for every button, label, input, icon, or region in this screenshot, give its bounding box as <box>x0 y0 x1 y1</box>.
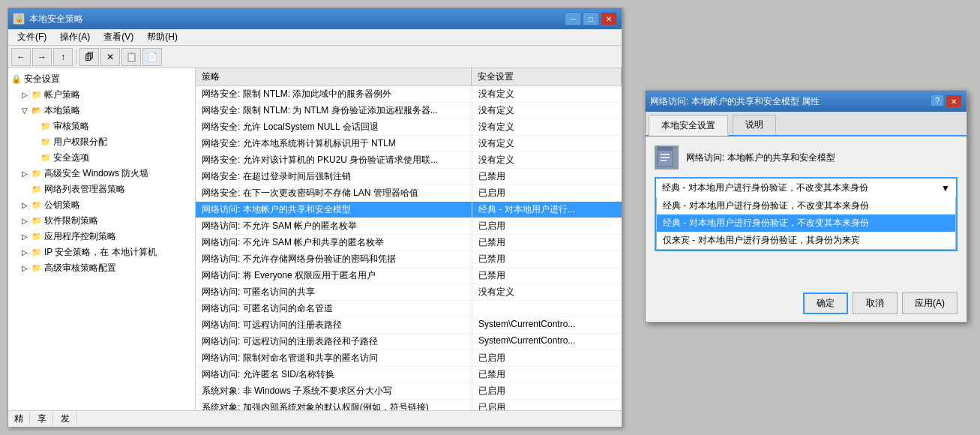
folder-icon-network-list: 📁 <box>31 184 42 194</box>
expand-accounts: ▷ <box>20 91 29 99</box>
list-header: 策略 安全设置 <box>196 68 622 86</box>
tree-item-network-list[interactable]: 📁 网络列表管理器策略 <box>8 182 195 197</box>
dialog-policy-icon <box>655 146 679 170</box>
menu-file[interactable]: 文件(F) <box>11 29 52 45</box>
cell-setting-1: 没有定义 <box>472 103 622 118</box>
toolbar-up[interactable]: ↑ <box>53 48 73 66</box>
tree-root[interactable]: 🔒 安全设置 <box>8 71 195 87</box>
table-row[interactable]: 网络访问: 可远程访问的注册表路径System\CurrentContro... <box>196 317 622 334</box>
cell-setting-2: 没有定义 <box>472 119 622 135</box>
table-row[interactable]: 网络安全: 限制 NTLM: 添加此域中的服务器例外没有定义 <box>196 86 622 103</box>
cell-policy-1: 网络安全: 限制 NTLM: 为 NTLM 身份验证添加远程服务器... <box>196 103 472 118</box>
table-row[interactable]: 网络访问: 不允许 SAM 帐户的匿名枚举已启用 <box>196 218 622 235</box>
toolbar-copy[interactable]: 🗐 <box>79 48 99 66</box>
svg-rect-1 <box>658 147 673 151</box>
tab-explain[interactable]: 说明 <box>733 115 776 135</box>
tree-item-accounts[interactable]: ▷ 📁 帐户策略 <box>8 87 195 103</box>
main-content: 🔒 安全设置 ▷ 📁 帐户策略 ▽ 📂 本地策略 📁 审核策略 📁 <box>8 68 622 410</box>
tree-label-network-list: 网络列表管理器策略 <box>44 183 125 196</box>
table-row[interactable]: 网络访问: 限制对命名管道和共享的匿名访问已启用 <box>196 350 622 367</box>
dialog-title: 网络访问: 本地帐户的共享和安全模型 属性 <box>650 95 820 108</box>
toolbar-delete[interactable]: ✕ <box>100 48 120 66</box>
col-header-setting[interactable]: 安全设置 <box>472 68 622 86</box>
cell-setting-7: 经典 - 对本地用户进行... <box>472 202 622 218</box>
table-row[interactable]: 网络访问: 可匿名访问的命名管道 <box>196 301 622 317</box>
cell-policy-19: 系统对象: 加强内部系统对象的默认权限(例如，符号链接) <box>196 400 472 410</box>
confirm-button[interactable]: 确定 <box>803 292 848 314</box>
dropdown-selected[interactable]: 经典 - 对本地用户进行身份验证，不改变其本来身份 ▼ <box>656 178 956 197</box>
dialog-close-button[interactable]: ✕ <box>946 94 962 108</box>
table-row[interactable]: 网络安全: 在下一次更改密码时不存储 LAN 管理器哈值已启用 <box>196 185 622 202</box>
dropdown-option-1[interactable]: 经典 - 对本地用户进行身份验证，不改变其本来身份 <box>657 197 955 214</box>
table-row[interactable]: 系统对象: 加强内部系统对象的默认权限(例如，符号链接)已启用 <box>196 400 622 410</box>
expand-app-control: ▷ <box>20 232 29 241</box>
minimize-button[interactable]: ─ <box>565 12 581 26</box>
tree-item-audit[interactable]: 📁 审核策略 <box>8 118 195 134</box>
cell-setting-15: System\CurrentContro... <box>472 334 622 350</box>
cancel-button[interactable]: 取消 <box>853 292 898 314</box>
toolbar-properties[interactable]: 📋 <box>121 48 141 66</box>
cell-policy-14: 网络访问: 可远程访问的注册表路径 <box>196 317 472 333</box>
tree-item-security-options[interactable]: 📁 安全选项 <box>8 150 195 166</box>
dropdown-option-3[interactable]: 仅来宾 - 对本地用户进行身份验证，其身份为来宾 <box>657 232 955 249</box>
col-header-policy[interactable]: 策略 <box>196 68 472 86</box>
cell-policy-6: 网络安全: 在下一次更改密码时不存储 LAN 管理器哈值 <box>196 185 472 201</box>
cell-policy-2: 网络安全: 允许 LocalSystem NULL 会话回退 <box>196 119 472 135</box>
close-button[interactable]: ✕ <box>601 12 617 26</box>
folder-icon-accounts: 📁 <box>31 90 42 100</box>
tree-item-public-key[interactable]: ▷ 📁 公钥策略 <box>8 197 195 213</box>
cell-policy-12: 网络访问: 可匿名访问的共享 <box>196 284 472 300</box>
menu-view[interactable]: 查看(V) <box>97 29 139 45</box>
status-item-1: 精 <box>14 412 30 425</box>
tree-item-software-restrict[interactable]: ▷ 📁 软件限制策略 <box>8 213 195 229</box>
tree-item-app-control[interactable]: ▷ 📁 应用程序控制策略 <box>8 229 195 244</box>
table-row[interactable]: 网络安全: 允许对该计算机的 PKU2U 身份验证请求使用联...没有定义 <box>196 152 622 169</box>
toolbar-forward[interactable]: → <box>32 48 52 66</box>
cell-setting-10: 已禁用 <box>472 251 622 267</box>
cell-policy-16: 网络访问: 限制对命名管道和共享的匿名访问 <box>196 350 472 366</box>
cell-setting-14: System\CurrentContro... <box>472 317 622 333</box>
tree-label-ip-security: IP 安全策略，在 本地计算机 <box>44 246 157 259</box>
menu-action[interactable]: 操作(A) <box>54 29 96 45</box>
tree-item-adv-audit[interactable]: ▷ 📁 高级审核策略配置 <box>8 260 195 276</box>
dialog-help-button[interactable]: ? <box>931 94 944 106</box>
toolbar-back[interactable]: ← <box>11 48 31 66</box>
table-row[interactable]: 网络访问: 不允许存储网络身份验证的密码和凭据已禁用 <box>196 251 622 268</box>
table-row[interactable]: 网络访问: 允许匿名 SID/名称转换已禁用 <box>196 367 622 383</box>
menu-help[interactable]: 帮助(H) <box>141 29 184 45</box>
cell-setting-3: 没有定义 <box>472 136 622 152</box>
table-row[interactable]: 网络访问: 可匿名访问的共享没有定义 <box>196 284 622 301</box>
table-row[interactable]: 网络访问: 不允许 SAM 帐户和共享的匿名枚举已禁用 <box>196 235 622 251</box>
tree-label-software-restrict: 软件限制策略 <box>44 214 98 227</box>
dialog-icon-row: 网络访问: 本地帐户的共享和安全模型 <box>655 146 958 170</box>
cell-policy-13: 网络访问: 可匿名访问的命名管道 <box>196 301 472 316</box>
tree-item-user-rights[interactable]: 📁 用户权限分配 <box>8 134 195 150</box>
expand-public-key: ▷ <box>20 201 29 209</box>
folder-icon-software-restrict: 📁 <box>31 216 42 226</box>
table-row[interactable]: 网络安全: 限制 NTLM: 为 NTLM 身份验证添加远程服务器...没有定义 <box>196 103 622 119</box>
main-title-bar: 🔒 本地安全策略 ─ □ ✕ <box>8 8 622 29</box>
toolbar-view[interactable]: 📄 <box>142 48 162 66</box>
cell-policy-8: 网络访问: 不允许 SAM 帐户的匿名枚举 <box>196 218 472 234</box>
tree-item-advanced-firewall[interactable]: ▷ 📁 高级安全 Windows 防火墙 <box>8 166 195 182</box>
table-row[interactable]: 系统对象: 非 Windows 子系统不要求区分大小写已启用 <box>196 383 622 400</box>
table-row[interactable]: 网络访问: 可远程访问的注册表路径和子路径System\CurrentContr… <box>196 334 622 350</box>
tree-item-ip-security[interactable]: ▷ 📁 IP 安全策略，在 本地计算机 <box>8 244 195 260</box>
tree-item-local[interactable]: ▽ 📂 本地策略 <box>8 103 195 118</box>
status-item-3: 发 <box>61 412 76 425</box>
table-row[interactable]: 网络安全: 允许本地系统将计算机标识用于 NTLM没有定义 <box>196 136 622 152</box>
cell-policy-15: 网络访问: 可远程访问的注册表路径和子路径 <box>196 334 472 350</box>
cell-setting-8: 已启用 <box>472 218 622 234</box>
tab-local-security[interactable]: 本地安全设置 <box>649 116 728 136</box>
table-row[interactable]: 网络访问: 本地帐户的共享和安全模型经典 - 对本地用户进行... <box>196 202 622 218</box>
table-row[interactable]: 网络安全: 允许 LocalSystem NULL 会话回退没有定义 <box>196 119 622 136</box>
folder-icon-ip-security: 📁 <box>31 248 42 257</box>
apply-button[interactable]: 应用(A) <box>902 292 958 314</box>
table-row[interactable]: 网络安全: 在超过登录时间后强制注销已禁用 <box>196 169 622 185</box>
tree-label-advanced-firewall: 高级安全 Windows 防火墙 <box>44 167 148 180</box>
cell-setting-13 <box>472 301 622 316</box>
cell-setting-11: 已禁用 <box>472 268 622 284</box>
dropdown-option-2[interactable]: 经典 - 对本地用户进行身份验证，不改变其本来身份 <box>657 214 955 232</box>
table-row[interactable]: 网络访问: 将 Everyone 权限应用于匿名用户已禁用 <box>196 268 622 284</box>
restore-button[interactable]: □ <box>583 12 599 26</box>
